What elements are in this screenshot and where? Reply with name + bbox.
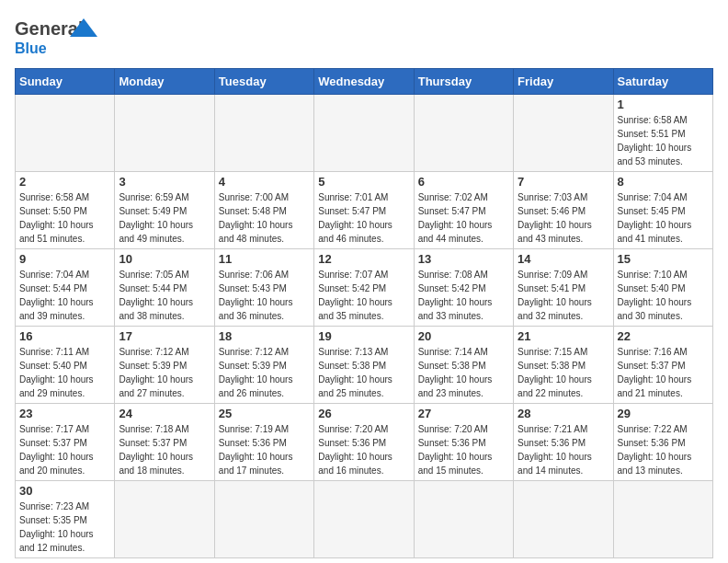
weekday-header-sunday: Sunday [16, 69, 115, 95]
calendar-cell [613, 481, 712, 558]
day-info: Sunrise: 7:19 AM Sunset: 5:36 PM Dayligh… [219, 422, 310, 477]
day-info: Sunrise: 7:03 AM Sunset: 5:46 PM Dayligh… [518, 190, 609, 246]
calendar-cell: 19Sunrise: 7:13 AM Sunset: 5:38 PM Dayli… [314, 327, 414, 404]
calendar-cell [214, 95, 313, 172]
day-number: 13 [418, 252, 509, 266]
day-info: Sunrise: 7:16 AM Sunset: 5:37 PM Dayligh… [618, 345, 709, 400]
calendar-cell: 15Sunrise: 7:10 AM Sunset: 5:40 PM Dayli… [613, 249, 712, 327]
calendar-cell: 6Sunrise: 7:02 AM Sunset: 5:47 PM Daylig… [414, 172, 513, 249]
day-number: 17 [119, 329, 210, 343]
day-number: 21 [518, 329, 609, 343]
day-number: 24 [119, 407, 210, 420]
calendar-cell: 4Sunrise: 7:00 AM Sunset: 5:48 PM Daylig… [214, 172, 313, 249]
weekday-header-friday: Friday [514, 69, 613, 95]
calendar-cell: 17Sunrise: 7:12 AM Sunset: 5:39 PM Dayli… [115, 327, 214, 404]
calendar-cell [314, 95, 414, 172]
calendar-cell [115, 481, 214, 558]
calendar-cell: 24Sunrise: 7:18 AM Sunset: 5:37 PM Dayli… [115, 404, 214, 481]
day-number: 7 [518, 175, 609, 189]
day-number: 6 [418, 175, 509, 189]
day-info: Sunrise: 7:10 AM Sunset: 5:40 PM Dayligh… [618, 268, 709, 323]
weekday-header-row: SundayMondayTuesdayWednesdayThursdayFrid… [16, 69, 713, 95]
day-number: 15 [618, 252, 709, 266]
calendar-cell: 11Sunrise: 7:06 AM Sunset: 5:43 PM Dayli… [214, 249, 313, 327]
day-info: Sunrise: 7:22 AM Sunset: 5:36 PM Dayligh… [618, 422, 709, 477]
calendar-cell: 10Sunrise: 7:05 AM Sunset: 5:44 PM Dayli… [115, 249, 214, 327]
logo: General Blue [15, 15, 116, 59]
day-info: Sunrise: 7:15 AM Sunset: 5:38 PM Dayligh… [518, 345, 609, 400]
day-number: 18 [219, 329, 310, 343]
day-info: Sunrise: 7:12 AM Sunset: 5:39 PM Dayligh… [119, 345, 210, 400]
day-info: Sunrise: 7:20 AM Sunset: 5:36 PM Dayligh… [318, 422, 409, 477]
calendar-cell: 26Sunrise: 7:20 AM Sunset: 5:36 PM Dayli… [314, 404, 414, 481]
calendar-cell [414, 95, 513, 172]
calendar-row-4: 23Sunrise: 7:17 AM Sunset: 5:37 PM Dayli… [16, 404, 713, 481]
day-number: 25 [219, 407, 310, 420]
calendar-cell [514, 95, 613, 172]
day-info: Sunrise: 7:17 AM Sunset: 5:37 PM Dayligh… [19, 422, 110, 477]
day-number: 12 [318, 252, 409, 266]
day-info: Sunrise: 7:05 AM Sunset: 5:44 PM Dayligh… [119, 268, 210, 323]
day-info: Sunrise: 7:08 AM Sunset: 5:42 PM Dayligh… [418, 268, 509, 323]
weekday-header-tuesday: Tuesday [214, 69, 313, 95]
calendar-row-0: 1Sunrise: 6:58 AM Sunset: 5:51 PM Daylig… [16, 95, 713, 172]
weekday-header-wednesday: Wednesday [314, 69, 414, 95]
calendar-cell: 30Sunrise: 7:23 AM Sunset: 5:35 PM Dayli… [16, 481, 115, 558]
day-number: 9 [19, 252, 110, 266]
day-info: Sunrise: 6:58 AM Sunset: 5:50 PM Dayligh… [19, 190, 110, 246]
day-info: Sunrise: 7:04 AM Sunset: 5:45 PM Dayligh… [618, 190, 709, 246]
calendar-table: SundayMondayTuesdayWednesdayThursdayFrid… [15, 68, 713, 558]
calendar-cell: 3Sunrise: 6:59 AM Sunset: 5:49 PM Daylig… [115, 172, 214, 249]
day-info: Sunrise: 6:59 AM Sunset: 5:49 PM Dayligh… [119, 190, 210, 246]
weekday-header-thursday: Thursday [414, 69, 513, 95]
page-header: General Blue [15, 15, 713, 59]
day-number: 23 [19, 407, 110, 420]
day-number: 19 [318, 329, 409, 343]
day-number: 8 [618, 175, 709, 189]
calendar-cell: 28Sunrise: 7:21 AM Sunset: 5:36 PM Dayli… [514, 404, 613, 481]
calendar-cell: 16Sunrise: 7:11 AM Sunset: 5:40 PM Dayli… [16, 327, 115, 404]
day-info: Sunrise: 7:04 AM Sunset: 5:44 PM Dayligh… [19, 268, 110, 323]
calendar-cell [514, 481, 613, 558]
calendar-cell: 14Sunrise: 7:09 AM Sunset: 5:41 PM Dayli… [514, 249, 613, 327]
calendar-cell: 20Sunrise: 7:14 AM Sunset: 5:38 PM Dayli… [414, 327, 513, 404]
calendar-cell: 2Sunrise: 6:58 AM Sunset: 5:50 PM Daylig… [16, 172, 115, 249]
day-info: Sunrise: 7:06 AM Sunset: 5:43 PM Dayligh… [219, 268, 310, 323]
day-info: Sunrise: 7:13 AM Sunset: 5:38 PM Dayligh… [318, 345, 409, 400]
calendar-cell [414, 481, 513, 558]
day-number: 2 [19, 175, 110, 189]
calendar-cell [16, 95, 115, 172]
day-info: Sunrise: 7:09 AM Sunset: 5:41 PM Dayligh… [518, 268, 609, 323]
calendar-row-1: 2Sunrise: 6:58 AM Sunset: 5:50 PM Daylig… [16, 172, 713, 249]
day-info: Sunrise: 7:00 AM Sunset: 5:48 PM Dayligh… [219, 190, 310, 246]
calendar-row-2: 9Sunrise: 7:04 AM Sunset: 5:44 PM Daylig… [16, 249, 713, 327]
day-number: 5 [318, 175, 409, 189]
day-info: Sunrise: 7:20 AM Sunset: 5:36 PM Dayligh… [418, 422, 509, 477]
day-number: 29 [618, 407, 709, 420]
day-info: Sunrise: 7:18 AM Sunset: 5:37 PM Dayligh… [119, 422, 210, 477]
day-info: Sunrise: 7:23 AM Sunset: 5:35 PM Dayligh… [19, 500, 110, 555]
calendar-cell [115, 95, 214, 172]
day-number: 16 [19, 329, 110, 343]
calendar-row-5: 30Sunrise: 7:23 AM Sunset: 5:35 PM Dayli… [16, 481, 713, 558]
calendar-cell: 1Sunrise: 6:58 AM Sunset: 5:51 PM Daylig… [613, 95, 712, 172]
day-number: 30 [19, 484, 110, 498]
day-number: 4 [219, 175, 310, 189]
calendar-cell [214, 481, 313, 558]
calendar-cell: 29Sunrise: 7:22 AM Sunset: 5:36 PM Dayli… [613, 404, 712, 481]
calendar-cell: 23Sunrise: 7:17 AM Sunset: 5:37 PM Dayli… [16, 404, 115, 481]
calendar-cell: 9Sunrise: 7:04 AM Sunset: 5:44 PM Daylig… [16, 249, 115, 327]
calendar-cell: 13Sunrise: 7:08 AM Sunset: 5:42 PM Dayli… [414, 249, 513, 327]
calendar-cell: 18Sunrise: 7:12 AM Sunset: 5:39 PM Dayli… [214, 327, 313, 404]
day-info: Sunrise: 7:12 AM Sunset: 5:39 PM Dayligh… [219, 345, 310, 400]
calendar-row-3: 16Sunrise: 7:11 AM Sunset: 5:40 PM Dayli… [16, 327, 713, 404]
calendar-cell: 12Sunrise: 7:07 AM Sunset: 5:42 PM Dayli… [314, 249, 414, 327]
day-number: 14 [518, 252, 609, 266]
day-info: Sunrise: 7:11 AM Sunset: 5:40 PM Dayligh… [19, 345, 110, 400]
day-number: 20 [418, 329, 509, 343]
day-info: Sunrise: 7:02 AM Sunset: 5:47 PM Dayligh… [418, 190, 509, 246]
calendar-cell: 22Sunrise: 7:16 AM Sunset: 5:37 PM Dayli… [613, 327, 712, 404]
weekday-header-saturday: Saturday [613, 69, 712, 95]
day-info: Sunrise: 7:01 AM Sunset: 5:47 PM Dayligh… [318, 190, 409, 246]
calendar-cell [314, 481, 414, 558]
